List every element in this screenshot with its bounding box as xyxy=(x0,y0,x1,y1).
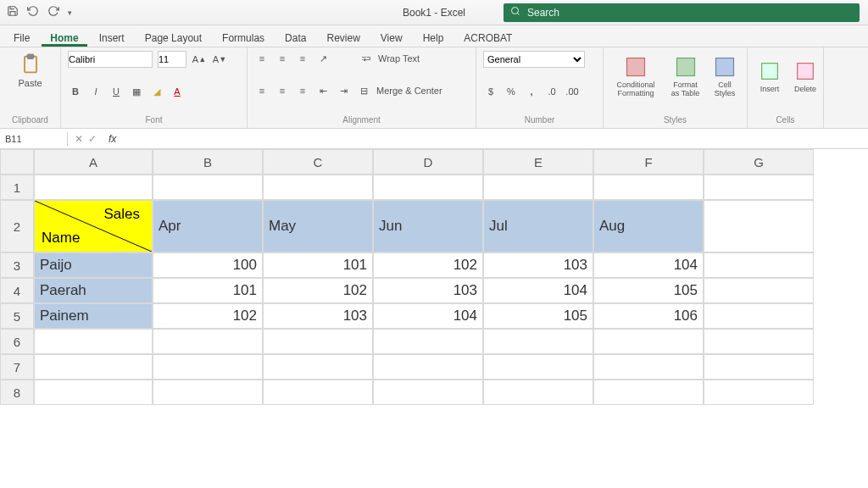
enter-formula-icon[interactable]: ✓ xyxy=(88,133,97,145)
month-header[interactable]: Jul xyxy=(483,200,593,252)
tab-insert[interactable]: Insert xyxy=(91,29,133,47)
row-header[interactable]: 2 xyxy=(0,200,34,252)
cell[interactable] xyxy=(373,175,483,200)
font-size[interactable] xyxy=(158,51,186,68)
tab-page-layout[interactable]: Page Layout xyxy=(136,29,210,47)
underline-icon[interactable]: U xyxy=(108,84,124,99)
cell[interactable] xyxy=(593,354,704,380)
cell[interactable] xyxy=(483,329,593,354)
data-cell[interactable]: 103 xyxy=(483,252,593,278)
cell-styles-button[interactable]: Cell Styles xyxy=(709,53,740,99)
row-header[interactable]: 4 xyxy=(0,278,34,303)
cell[interactable] xyxy=(704,354,814,380)
decrease-indent-icon[interactable]: ⇤ xyxy=(315,83,331,98)
col-header[interactable]: F xyxy=(593,149,704,175)
insert-cells-button[interactable]: Insert xyxy=(754,58,785,95)
align-right-icon[interactable]: ≡ xyxy=(295,83,310,98)
cell[interactable] xyxy=(153,329,263,354)
bold-icon[interactable]: B xyxy=(68,84,83,99)
format-as-table-button[interactable]: Format as Table xyxy=(666,53,704,99)
select-all-corner[interactable] xyxy=(0,149,34,175)
delete-cells-button[interactable]: Delete xyxy=(790,58,821,95)
cell[interactable] xyxy=(263,329,373,354)
wrap-text-icon[interactable]: ⮒ xyxy=(358,51,373,66)
cell[interactable] xyxy=(704,200,814,252)
cell[interactable] xyxy=(34,329,153,354)
cell[interactable] xyxy=(34,175,153,200)
undo-icon[interactable] xyxy=(27,5,39,19)
row-header[interactable]: 7 xyxy=(0,354,34,380)
data-cell[interactable]: 100 xyxy=(153,252,263,278)
data-cell[interactable]: 104 xyxy=(483,278,593,303)
cell[interactable] xyxy=(263,354,373,380)
cell[interactable] xyxy=(263,175,373,200)
data-cell[interactable]: 103 xyxy=(263,303,373,329)
paste-button[interactable]: Paste xyxy=(7,51,53,90)
align-center-icon[interactable]: ≡ xyxy=(275,83,290,98)
conditional-formatting-button[interactable]: Conditional Formatting xyxy=(610,53,661,99)
formula-bar[interactable] xyxy=(121,129,868,148)
cell[interactable] xyxy=(704,278,814,303)
tab-review[interactable]: Review xyxy=(318,29,368,47)
cell[interactable] xyxy=(593,380,704,405)
qat-customize-icon[interactable]: ▾ xyxy=(68,8,72,17)
align-top-icon[interactable]: ≡ xyxy=(254,51,270,66)
orientation-icon[interactable]: ↗ xyxy=(315,51,331,66)
tab-help[interactable]: Help xyxy=(415,29,453,47)
row-header[interactable]: 6 xyxy=(0,329,34,354)
row-header[interactable]: 5 xyxy=(0,303,34,329)
align-middle-icon[interactable]: ≡ xyxy=(275,51,290,66)
month-header[interactable]: Aug xyxy=(593,200,704,252)
data-cell[interactable]: 104 xyxy=(593,252,704,278)
cell[interactable] xyxy=(593,329,704,354)
spreadsheet-grid[interactable]: A B C D E F G 1 2 Sales Name Apr May Jun… xyxy=(0,149,868,405)
cell[interactable] xyxy=(483,354,593,380)
data-cell[interactable]: 105 xyxy=(593,278,704,303)
cell[interactable] xyxy=(34,354,153,380)
cell[interactable] xyxy=(373,380,483,405)
data-cell[interactable]: 102 xyxy=(373,252,483,278)
currency-icon[interactable]: $ xyxy=(483,84,498,99)
cell[interactable] xyxy=(373,329,483,354)
data-cell[interactable]: 103 xyxy=(373,278,483,303)
comma-icon[interactable]: , xyxy=(524,84,539,99)
decrease-decimal-icon[interactable]: .00 xyxy=(565,84,580,99)
italic-icon[interactable]: I xyxy=(88,84,103,99)
cell[interactable] xyxy=(34,380,153,405)
data-cell[interactable]: 101 xyxy=(263,252,373,278)
cell[interactable] xyxy=(483,380,593,405)
month-header[interactable]: Jun xyxy=(373,200,483,252)
cell[interactable] xyxy=(704,329,814,354)
cell[interactable] xyxy=(704,303,814,329)
search-box[interactable]: Search xyxy=(504,3,860,22)
name-cell[interactable]: Painem xyxy=(34,303,153,329)
cell[interactable] xyxy=(704,175,814,200)
tab-formulas[interactable]: Formulas xyxy=(214,29,273,47)
data-cell[interactable]: 101 xyxy=(153,278,263,303)
name-cell[interactable]: Paijo xyxy=(34,252,153,278)
col-header[interactable]: G xyxy=(704,149,814,175)
name-cell[interactable]: Paerah xyxy=(34,278,153,303)
save-icon[interactable] xyxy=(7,5,19,19)
cell[interactable] xyxy=(373,354,483,380)
data-cell[interactable]: 102 xyxy=(153,303,263,329)
diagonal-header-cell[interactable]: Sales Name xyxy=(34,200,153,252)
tab-view[interactable]: View xyxy=(372,29,411,47)
increase-font-icon[interactable]: A▲ xyxy=(192,52,207,67)
increase-indent-icon[interactable]: ⇥ xyxy=(336,83,351,98)
row-header[interactable]: 8 xyxy=(0,380,34,405)
cell[interactable] xyxy=(153,354,263,380)
tab-acrobat[interactable]: ACROBAT xyxy=(455,29,520,47)
cell[interactable] xyxy=(153,380,263,405)
cell[interactable] xyxy=(263,380,373,405)
tab-home[interactable]: Home xyxy=(42,29,86,47)
cell[interactable] xyxy=(704,380,814,405)
col-header[interactable]: D xyxy=(373,149,483,175)
cell[interactable] xyxy=(153,175,263,200)
col-header[interactable]: E xyxy=(483,149,593,175)
font-name[interactable] xyxy=(68,51,153,68)
merge-icon[interactable]: ⊟ xyxy=(356,83,371,98)
month-header[interactable]: May xyxy=(263,200,373,252)
data-cell[interactable]: 106 xyxy=(593,303,704,329)
cancel-formula-icon[interactable]: ✕ xyxy=(75,133,83,145)
